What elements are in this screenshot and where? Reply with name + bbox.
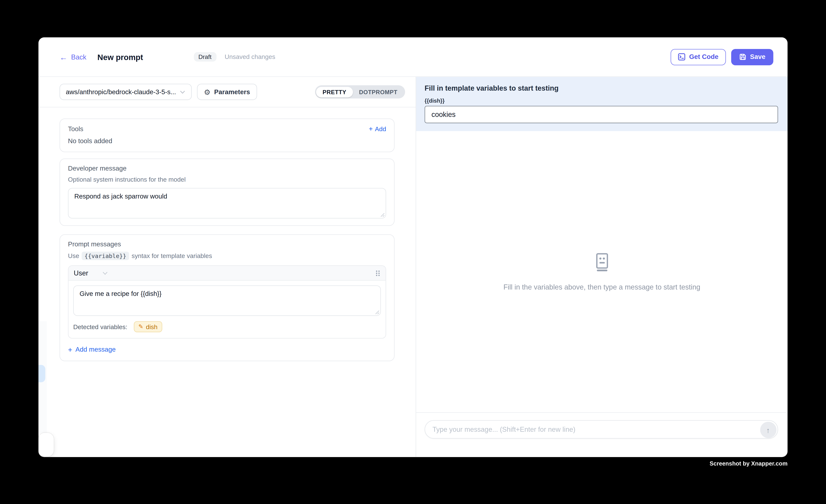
send-arrow-icon: ↑ — [766, 426, 770, 434]
toggle-option-pretty[interactable]: PRETTY — [316, 87, 353, 97]
editor-scroll-content: Tools + Add No tools added Developer mes… — [39, 107, 416, 361]
variable-chip-label: dish — [146, 323, 158, 330]
app-window: ← Back New prompt Draft Unsaved changes … — [39, 37, 787, 457]
prompt-messages-title: Prompt messages — [68, 241, 386, 248]
plus-icon: + — [369, 125, 373, 133]
get-code-label: Get Code — [689, 53, 718, 60]
chat-input-container: ↑ — [425, 420, 778, 439]
tools-empty-text: No tools added — [68, 137, 386, 145]
hint-prefix: Use — [68, 252, 79, 259]
sidebar-popup-corner — [39, 433, 54, 456]
template-syntax-hint: Use {{variable}} syntax for template var… — [68, 252, 386, 260]
prompt-editor-panel: aws/anthropic/bedrock-claude-3-5-s... ⚙ … — [39, 77, 416, 457]
header-bar: ← Back New prompt Draft Unsaved changes … — [39, 37, 787, 77]
variable-chip-dish[interactable]: ✎ dish — [134, 321, 162, 332]
unsaved-changes-text: Unsaved changes — [225, 53, 276, 60]
watermark-text: Screenshot by Xnapper.com — [710, 460, 787, 467]
parameters-button[interactable]: ⚙ Parameters — [197, 84, 257, 100]
page-title: New prompt — [98, 52, 143, 61]
bot-face-icon — [592, 252, 611, 272]
developer-message-title: Developer message — [68, 165, 386, 172]
view-mode-toggle: PRETTY DOTPROMPT — [315, 85, 405, 99]
variable-syntax-code: {{variable}} — [82, 252, 129, 260]
tester-title: Fill in template variables to start test… — [425, 84, 778, 92]
user-message-textarea[interactable]: Give me a recipe for {{dish}} — [73, 286, 381, 316]
chat-input-bar: ↑ — [416, 412, 787, 457]
resize-handle-icon[interactable] — [380, 212, 385, 217]
get-code-button[interactable]: Get Code — [671, 49, 726, 65]
variable-input-dish[interactable] — [425, 106, 778, 123]
chevron-down-icon — [180, 90, 185, 94]
message-block: User — [68, 265, 386, 338]
send-button[interactable]: ↑ — [760, 422, 776, 438]
model-toolbar: aws/anthropic/bedrock-claude-3-5-s... ⚙ … — [39, 77, 416, 108]
add-tool-label: Add — [375, 125, 386, 132]
resize-handle-icon[interactable] — [374, 310, 379, 314]
hint-suffix: syntax for template variables — [132, 252, 212, 259]
developer-message-textarea[interactable]: Respond as jack sparrow would — [68, 188, 386, 218]
variable-label-dish: {{dish}} — [425, 98, 778, 104]
save-icon — [739, 53, 746, 60]
add-tool-button[interactable]: + Add — [369, 125, 386, 133]
role-select[interactable] — [103, 271, 108, 275]
terminal-icon — [678, 53, 686, 60]
pencil-icon: ✎ — [138, 324, 143, 330]
plus-icon: + — [68, 345, 72, 354]
template-variables-section: Fill in template variables to start test… — [416, 77, 787, 131]
empty-state-text: Fill in the variables above, then type a… — [504, 284, 700, 291]
save-button[interactable]: Save — [731, 49, 773, 65]
model-selector[interactable]: aws/anthropic/bedrock-claude-3-5-s... — [60, 84, 192, 100]
prompt-messages-card: Prompt messages Use {{variable}} syntax … — [60, 234, 395, 361]
back-button[interactable]: ← Back — [60, 53, 86, 61]
drag-handle-icon[interactable] — [375, 269, 380, 276]
sidebar-active-item[interactable] — [39, 365, 45, 382]
gear-icon: ⚙ — [204, 88, 211, 96]
tools-card: Tools + Add No tools added — [60, 118, 395, 152]
toggle-option-dotprompt[interactable]: DOTPROMPT — [353, 87, 404, 97]
add-message-label: Add message — [75, 346, 116, 353]
screenshot-stage: ← Back New prompt Draft Unsaved changes … — [0, 0, 826, 504]
developer-message-subtitle: Optional system instructions for the mod… — [68, 176, 386, 183]
save-label: Save — [750, 53, 765, 60]
draft-status-badge: Draft — [193, 52, 216, 62]
add-message-button[interactable]: + Add message — [68, 345, 386, 354]
chat-message-input[interactable] — [425, 421, 778, 438]
role-select-value: User — [74, 269, 88, 277]
chat-empty-state: Fill in the variables above, then type a… — [416, 131, 787, 412]
tools-title: Tools — [68, 125, 83, 132]
detected-variables-label: Detected variables: — [73, 323, 127, 330]
detected-variables-row: Detected variables: ✎ dish — [68, 316, 386, 338]
chevron-down-icon — [103, 271, 108, 275]
back-label: Back — [71, 53, 86, 61]
model-selector-value: aws/anthropic/bedrock-claude-3-5-s... — [66, 88, 176, 96]
prompt-tester-panel: Fill in template variables to start test… — [416, 77, 787, 457]
developer-message-card: Developer message Optional system instru… — [60, 159, 395, 226]
parameters-label: Parameters — [214, 88, 250, 96]
message-role-row: User — [68, 266, 386, 281]
back-arrow-icon: ← — [60, 53, 67, 61]
